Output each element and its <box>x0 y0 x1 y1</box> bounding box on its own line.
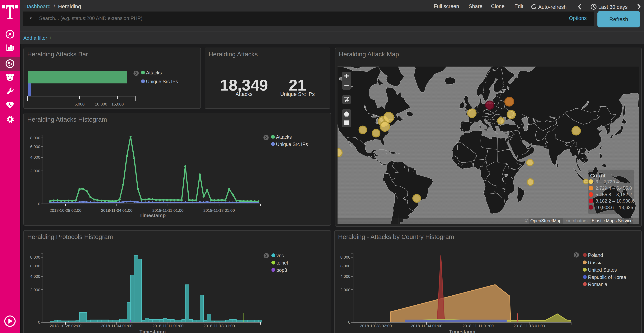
svg-text:10,000: 10,000 <box>95 102 107 106</box>
svg-text:8,000: 8,000 <box>340 255 350 259</box>
svg-text:5,000: 5,000 <box>74 102 85 106</box>
svg-text:2018-10-28 02:00: 2018-10-28 02:00 <box>50 208 82 213</box>
svg-text:Russia: Russia <box>588 260 603 265</box>
svg-text:Attacks: Attacks <box>276 134 292 140</box>
svg-text:telnet: telnet <box>276 260 288 265</box>
svg-text:2018-11-18 01:00: 2018-11-18 01:00 <box>203 323 235 328</box>
svg-text:8,000: 8,000 <box>30 136 40 140</box>
svg-text:©: © <box>525 218 528 223</box>
svg-text:2018-11-11 01:00: 2018-11-11 01:00 <box>152 208 184 213</box>
svg-text:8,182.2 – 10,908.6: 8,182.2 – 10,908.6 <box>596 198 634 203</box>
svg-text:2,000: 2,000 <box>30 169 40 173</box>
svg-text:4,000: 4,000 <box>30 155 40 159</box>
svg-text:Elastic Maps Service: Elastic Maps Service <box>592 218 632 223</box>
svg-text:contributors,: contributors, <box>564 218 589 223</box>
svg-text:2,000: 2,000 <box>340 287 350 292</box>
svg-text:6,000: 6,000 <box>30 264 40 268</box>
svg-text:Timestamp: Timestamp <box>140 329 166 333</box>
svg-text:6,000: 6,000 <box>30 144 40 149</box>
svg-text:2018-11-18 01:00: 2018-11-18 01:00 <box>514 323 545 328</box>
svg-text:vnc: vnc <box>276 253 284 258</box>
svg-text:0: 0 <box>38 320 40 324</box>
svg-text:2018-11-04 01:00: 2018-11-04 01:00 <box>101 208 132 213</box>
svg-text:Romania: Romania <box>588 282 607 287</box>
svg-text:Unique Src IPs: Unique Src IPs <box>146 79 178 84</box>
svg-text:Republic of Korea: Republic of Korea <box>588 274 626 280</box>
svg-text:0: 0 <box>38 202 40 206</box>
svg-text:Timestamp: Timestamp <box>449 329 476 333</box>
svg-text:2018-11-11 01:00: 2018-11-11 01:00 <box>462 323 494 328</box>
svg-text:8,000: 8,000 <box>30 255 40 259</box>
svg-text:2,000: 2,000 <box>30 287 40 292</box>
svg-text:2018-11-04 01:00: 2018-11-04 01:00 <box>411 323 442 328</box>
svg-text:2018-10-28 02:00: 2018-10-28 02:00 <box>50 323 82 328</box>
svg-text:2018-11-11 01:00: 2018-11-11 01:00 <box>152 323 184 328</box>
svg-text:5,455.8 – 8,182.2: 5,455.8 – 8,182.2 <box>596 192 632 197</box>
svg-text:Poland: Poland <box>588 252 603 258</box>
svg-text:Unique Src IPs: Unique Src IPs <box>276 142 308 147</box>
svg-text:2018-11-18 01:00: 2018-11-18 01:00 <box>203 208 235 213</box>
svg-text:6,000: 6,000 <box>340 264 350 268</box>
svg-text:Timestamp: Timestamp <box>140 213 166 218</box>
svg-text:3 – 2,729.4: 3 – 2,729.4 <box>596 179 619 184</box>
svg-text:2018-11-04 01:00: 2018-11-04 01:00 <box>101 323 132 328</box>
svg-text:pop3: pop3 <box>276 267 287 273</box>
svg-text:Attacks: Attacks <box>146 70 162 75</box>
svg-text:OpenStreetMap: OpenStreetMap <box>530 218 562 223</box>
svg-text:4,000: 4,000 <box>30 274 40 278</box>
svg-text:0: 0 <box>348 320 350 324</box>
svg-text:United States: United States <box>588 267 617 272</box>
svg-text:Count: Count <box>590 173 606 179</box>
svg-text:2,729.4 – 5,455.8: 2,729.4 – 5,455.8 <box>596 185 632 191</box>
svg-text:10,908.6 – 13,635: 10,908.6 – 13,635 <box>596 205 633 210</box>
svg-text:15,000: 15,000 <box>111 102 124 106</box>
svg-text:2018-10-28 02:00: 2018-10-28 02:00 <box>360 323 392 328</box>
svg-text:4,000: 4,000 <box>340 274 350 278</box>
